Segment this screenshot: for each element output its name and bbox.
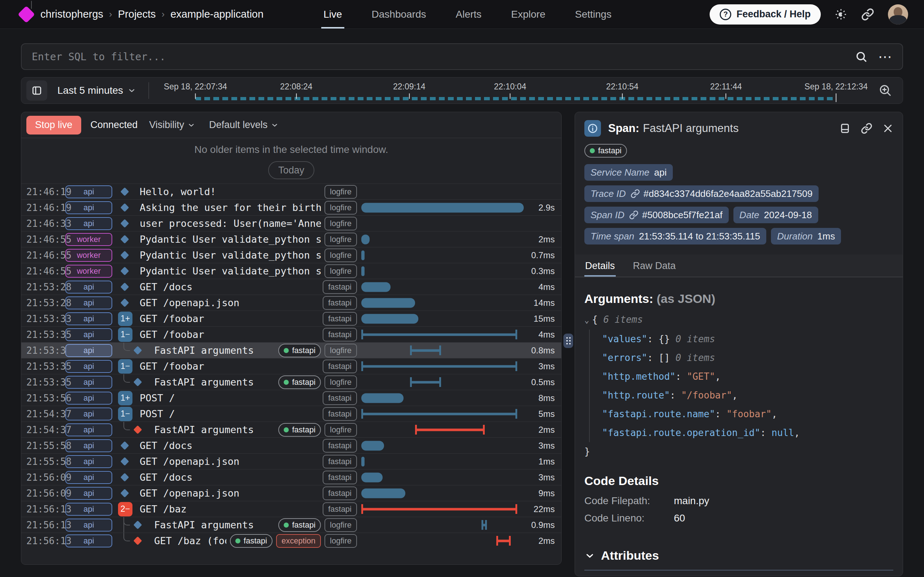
trace-row[interactable]: 21:53:35 api FastAPI arguments fastapilo… bbox=[21, 374, 561, 390]
row-message: GET /openapi.json bbox=[140, 488, 319, 499]
search-icon[interactable] bbox=[855, 50, 867, 63]
tab-dashboards[interactable]: Dashboards bbox=[370, 0, 428, 29]
collapse-toggle-badge[interactable]: 1− bbox=[118, 327, 132, 342]
row-scope-tags: fastapi bbox=[323, 471, 357, 484]
feedback-help-button[interactable]: ? Feedback / Help bbox=[709, 4, 821, 24]
tab-live[interactable]: Live bbox=[321, 0, 344, 29]
more-options-icon[interactable]: ⋯ bbox=[878, 53, 893, 60]
row-timestamp: 21:53:35 bbox=[26, 361, 63, 372]
logfire-logo-icon[interactable] bbox=[18, 5, 35, 23]
detail-tab-raw-data[interactable]: Raw Data bbox=[632, 255, 677, 277]
trace-row[interactable]: 21:56:13 api 2− GET /baz fastapi 22ms bbox=[21, 501, 561, 517]
scope-tag-fastapi: fastapi bbox=[278, 423, 321, 437]
chevron-down-icon[interactable]: ⌄ bbox=[584, 316, 589, 324]
json-line: ⌄{ 6 items bbox=[584, 310, 893, 330]
row-scope-tags: fastapilogfire bbox=[278, 376, 357, 389]
timeline-tick: 22:10:04 bbox=[494, 82, 526, 99]
timeline[interactable]: Sep 18, 22:07:3422:08:2422:09:1422:10:04… bbox=[158, 77, 868, 103]
panel-resize-handle[interactable] bbox=[564, 334, 573, 348]
duration-bar bbox=[361, 365, 517, 367]
span-diamond-icon bbox=[133, 425, 142, 434]
timeline-tick-label: 22:09:14 bbox=[393, 82, 426, 92]
scope-tag-fastapi: fastapi bbox=[230, 534, 273, 548]
split-view-icon[interactable] bbox=[839, 122, 851, 134]
chevron-down-icon bbox=[271, 121, 279, 129]
visibility-dropdown[interactable]: Visibility bbox=[147, 119, 197, 131]
span-diamond-icon bbox=[120, 441, 129, 450]
scope-tag-fastapi: fastapi bbox=[323, 455, 357, 469]
trace-row[interactable]: 21:46:33 api user processed: User(name='… bbox=[21, 215, 561, 231]
row-timestamp: 21:53:33 bbox=[26, 313, 63, 324]
meta-chip-trace-id[interactable]: Trace ID#d834c3374dd6fa2e4aa82a55ab21750… bbox=[584, 185, 819, 202]
trace-row[interactable]: 21:53:35 api FastAPI arguments fastapilo… bbox=[21, 342, 561, 358]
breadcrumb-org[interactable]: christophergs bbox=[40, 8, 103, 20]
trace-row[interactable]: 21:53:28 api GET /openapi.json fastapi 1… bbox=[21, 295, 561, 311]
attributes-section-toggle[interactable]: Attributes bbox=[584, 548, 893, 562]
trace-row[interactable]: 21:53:33 api 1+ GET /foobar fastapi 15ms bbox=[21, 311, 561, 326]
collapse-toggle-badge[interactable]: 2− bbox=[118, 502, 132, 516]
duration-bar bbox=[361, 441, 384, 450]
breadcrumb-projects[interactable]: Projects bbox=[118, 8, 156, 20]
row-duration: 4ms bbox=[524, 330, 555, 340]
live-trace-panel: Stop live Connected Visibility Default l… bbox=[21, 112, 562, 565]
detail-tab-details[interactable]: Details bbox=[584, 255, 616, 277]
trace-row[interactable]: 21:53:56 api 1+ POST / fastapi 8ms bbox=[21, 390, 561, 406]
trace-row[interactable]: 21:53:35 api 1− GET /foobar fastapi 3ms bbox=[21, 358, 561, 374]
trace-row[interactable]: 21:54:37 api FastAPI arguments fastapilo… bbox=[21, 422, 561, 437]
trace-row[interactable]: 21:46:19 api Hello, world! logfire bbox=[21, 184, 561, 200]
duration-bar-area bbox=[361, 533, 524, 548]
share-link-icon[interactable] bbox=[861, 8, 874, 21]
user-avatar[interactable] bbox=[888, 4, 908, 24]
row-message: Asking the user for their birthday bbox=[140, 202, 321, 213]
trace-row[interactable]: 21:55:58 api GET /openapi.json fastapi 1… bbox=[21, 453, 561, 469]
service-tag-api: api bbox=[65, 392, 112, 405]
arguments-heading-suffix: (as JSON) bbox=[657, 292, 716, 305]
json-line: "fastapi.route.operation_id": null, bbox=[589, 423, 893, 442]
collapse-toggle-badge[interactable]: 1− bbox=[118, 407, 132, 421]
sidebar-toggle-icon[interactable] bbox=[26, 81, 47, 101]
tab-explore[interactable]: Explore bbox=[509, 0, 548, 29]
collapse-toggle-badge[interactable]: 1− bbox=[118, 359, 132, 374]
row-marker bbox=[117, 454, 136, 469]
row-message: GET /baz (foobar) bbox=[154, 535, 226, 546]
trace-row[interactable]: 21:56:13 api FastAPI arguments fastapilo… bbox=[21, 517, 561, 533]
trace-row[interactable]: 21:46:55 worker Pydantic User validate_p… bbox=[21, 263, 561, 279]
trace-row[interactable]: 21:55:58 api GET /docs fastapi 3ms bbox=[21, 437, 561, 453]
arguments-heading: Arguments: (as JSON) bbox=[584, 292, 893, 306]
row-timestamp: 21:53:35 bbox=[26, 329, 63, 340]
duration-bar-area bbox=[361, 343, 524, 358]
trace-row[interactable]: 21:54:37 api 1− POST / fastapi 5ms bbox=[21, 406, 561, 422]
close-icon[interactable] bbox=[882, 123, 893, 134]
timeline-tick-label: 22:10:54 bbox=[606, 82, 638, 92]
today-button[interactable]: Today bbox=[268, 161, 314, 179]
span-meta-chips: Service NameapiTrace ID#d834c3374dd6fa2e… bbox=[575, 158, 903, 245]
collapse-toggle-badge[interactable]: 1+ bbox=[118, 311, 132, 326]
zoom-in-icon[interactable] bbox=[876, 83, 894, 98]
row-marker bbox=[117, 438, 136, 453]
trace-row[interactable]: 21:53:28 api GET /docs fastapi 4ms bbox=[21, 279, 561, 295]
copy-link-icon[interactable] bbox=[861, 122, 872, 134]
tab-alerts[interactable]: Alerts bbox=[454, 0, 484, 29]
chevron-right-icon: › bbox=[162, 9, 165, 20]
collapse-toggle-badge[interactable]: 1+ bbox=[118, 391, 132, 405]
trace-row[interactable]: 21:46:19 api Asking the user for their b… bbox=[21, 200, 561, 215]
default-levels-dropdown[interactable]: Default levels bbox=[207, 119, 281, 131]
trace-row[interactable]: 21:56:09 api GET /docs fastapi 3ms bbox=[21, 469, 561, 485]
trace-row[interactable]: 21:46:55 worker Pydantic User validate_p… bbox=[21, 231, 561, 247]
trace-row[interactable]: 21:46:55 worker Pydantic User validate_p… bbox=[21, 247, 561, 263]
row-scope-tags: fastapilogfire bbox=[278, 518, 357, 532]
duration-bar bbox=[361, 266, 365, 276]
link-icon bbox=[630, 189, 640, 198]
breadcrumb-project[interactable]: example-application bbox=[170, 8, 263, 20]
meta-chip-span-id[interactable]: Span ID#5008bce5f7fe21af bbox=[584, 206, 729, 223]
time-range-select[interactable]: Last 5 minutes bbox=[55, 84, 138, 97]
trace-row[interactable]: 21:56:09 api GET /openapi.json fastapi 9… bbox=[21, 485, 561, 501]
row-message: GET /docs bbox=[140, 440, 319, 451]
sql-filter-input[interactable] bbox=[31, 50, 855, 63]
trace-row[interactable]: 21:56:13 api GET /baz (foobar) fastapiex… bbox=[21, 533, 561, 548]
span-diamond-icon bbox=[120, 488, 129, 497]
theme-toggle-icon[interactable] bbox=[835, 8, 848, 21]
tab-settings[interactable]: Settings bbox=[573, 0, 614, 29]
stop-live-button[interactable]: Stop live bbox=[26, 116, 81, 134]
trace-row[interactable]: 21:53:35 api 1− GET /foobar fastapi 4ms bbox=[21, 326, 561, 342]
